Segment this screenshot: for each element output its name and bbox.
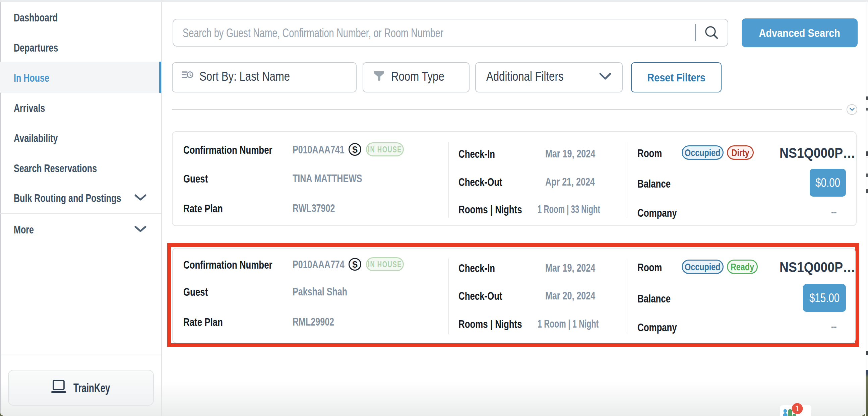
- svg-text:1: 1: [795, 404, 799, 413]
- svg-text:$: $: [352, 145, 358, 155]
- svg-text:$: $: [352, 259, 358, 269]
